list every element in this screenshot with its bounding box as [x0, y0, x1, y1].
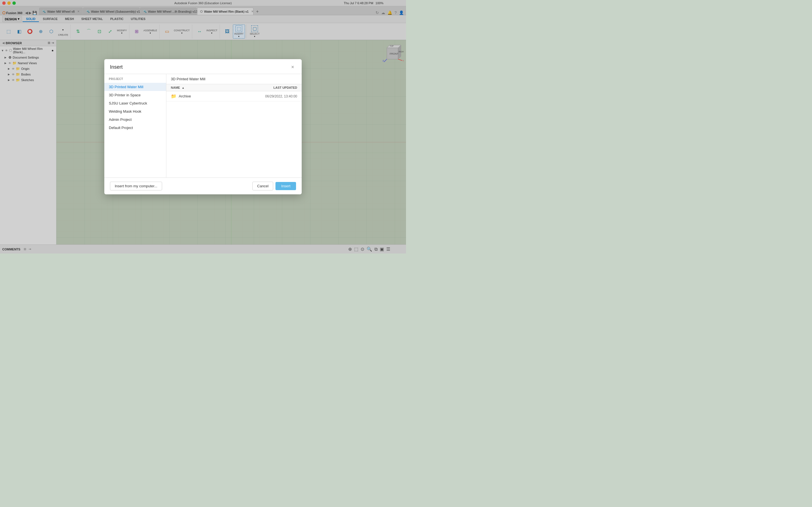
dialog-header: Insert × [104, 59, 302, 74]
project-item-2[interactable]: SJSU Laser Cybertruck [104, 99, 166, 107]
file-panel: 3D Printed Water Mill NAME ▲ LAST UPDATE… [166, 74, 302, 177]
insert-button[interactable]: Insert [275, 182, 296, 190]
archive-name: Archive [179, 94, 246, 98]
dialog-footer: Insert from my computer... Cancel Insert [104, 177, 302, 194]
col-sort-icon: ▲ [182, 86, 185, 89]
dialog-body: PROJECT 3D Printed Water Mill 3D Printer… [104, 74, 302, 177]
insert-from-computer-button[interactable]: Insert from my computer... [110, 182, 162, 190]
file-table-header: NAME ▲ LAST UPDATED [166, 84, 302, 91]
project-item-5[interactable]: Default Project [104, 124, 166, 132]
file-row-0[interactable]: 📁 Archive 06/29/2022, 13:40:00 [166, 91, 302, 101]
col-name-label: NAME [171, 86, 180, 89]
project-panel: PROJECT 3D Printed Water Mill 3D Printer… [104, 74, 166, 177]
cancel-button[interactable]: Cancel [252, 182, 273, 190]
dialog-action-buttons: Cancel Insert [252, 182, 296, 190]
project-header: PROJECT [104, 77, 166, 83]
col-updated-header[interactable]: LAST UPDATED [246, 86, 297, 89]
insert-dialog: Insert × PROJECT 3D Printed Water Mill 3… [104, 59, 302, 194]
project-item-3[interactable]: Welding Mask Hook [104, 107, 166, 115]
project-item-4[interactable]: Admin Project [104, 115, 166, 124]
archive-folder-icon: 📁 [171, 94, 176, 99]
project-item-0[interactable]: 3D Printed Water Mill [104, 83, 166, 91]
archive-date: 06/29/2022, 13:40:00 [246, 94, 297, 98]
file-panel-title: 3D Printed Water Mill [166, 74, 302, 84]
modal-overlay: Insert × PROJECT 3D Printed Water Mill 3… [0, 0, 406, 253]
dialog-close-button[interactable]: × [289, 64, 296, 70]
dialog-title: Insert [110, 64, 123, 70]
project-item-1[interactable]: 3D Printer in Space [104, 91, 166, 99]
file-table: NAME ▲ LAST UPDATED 📁 Archive 06/29/2022… [166, 84, 302, 177]
col-name-header[interactable]: NAME ▲ [171, 86, 246, 89]
